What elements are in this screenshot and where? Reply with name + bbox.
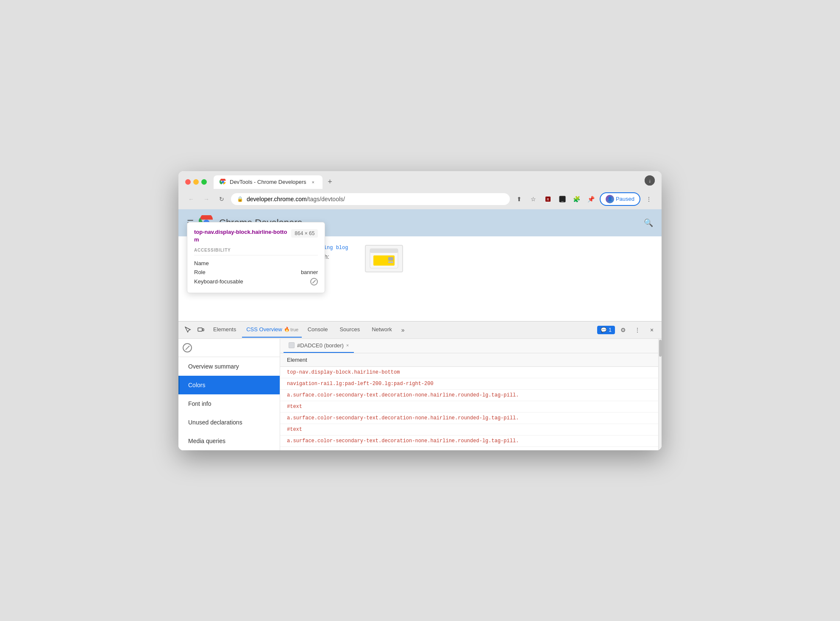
svg-rect-18 xyxy=(203,329,204,331)
url-bar[interactable]: 🔒 developer.chrome.com/tags/devtools/ xyxy=(231,193,510,205)
tab-console[interactable]: Console xyxy=(302,322,334,338)
svg-rect-13 xyxy=(370,249,398,253)
devtools-device-icon[interactable] xyxy=(195,322,207,338)
devtools-inspect-icon[interactable] xyxy=(182,322,195,338)
article-thumbnail-svg xyxy=(369,248,399,269)
tab-elements[interactable]: Elements xyxy=(207,322,242,338)
url-path: /tags/devtools/ xyxy=(307,196,345,202)
close-button[interactable] xyxy=(185,179,191,185)
new-tab-button[interactable]: + xyxy=(324,176,336,188)
table-row[interactable]: navigation-rail.lg:pad-left-200.lg:pad-r… xyxy=(280,378,658,390)
inspector-element-header: top-nav.display-block.hairline-bottom 86… xyxy=(194,228,318,244)
browser-profile-icon[interactable]: ↓ xyxy=(645,175,655,186)
devtools-body: Overview summary Colors Font info Unused… xyxy=(178,339,662,450)
element-dimensions: 864 × 65 xyxy=(291,229,318,238)
forward-button[interactable]: → xyxy=(200,193,212,205)
table-row[interactable]: a.surface.color-secondary-text.decoratio… xyxy=(280,435,658,447)
table-row[interactable]: a.surface.color-secondary-text.decoratio… xyxy=(280,390,658,401)
element-selector: top-nav.display-block.hairline-bottom xyxy=(194,228,287,244)
more-tabs-button[interactable]: » xyxy=(398,322,408,338)
color-tab-bar: #DADCE0 (border) × xyxy=(280,339,658,353)
tab-css-overview-label: CSS Overview xyxy=(246,326,282,333)
paused-label: Paused xyxy=(616,196,634,202)
active-tab[interactable]: DevTools - Chrome Developers × xyxy=(214,175,323,189)
chrome-favicon xyxy=(220,179,226,186)
badge-icon: 💬 xyxy=(601,327,607,333)
devtools-sidebar: Overview summary Colors Font info Unused… xyxy=(178,339,280,450)
table-row-text-node[interactable]: #text xyxy=(280,424,658,435)
sidebar-blog xyxy=(365,245,484,313)
accessibility-section: ACCESSIBILITY Name Role banner Keyboard-… xyxy=(194,248,318,287)
accessibility-row-name: Name xyxy=(194,259,318,268)
devtools-right-buttons: 💬 1 ⚙ ⋮ × xyxy=(597,322,658,338)
acc-role-value: banner xyxy=(301,269,318,275)
svg-rect-17 xyxy=(198,328,202,331)
badge-count: 1 xyxy=(609,327,612,333)
back-button[interactable]: ← xyxy=(185,193,197,205)
keyboard-focusable-blocked-icon xyxy=(310,278,318,286)
inspector-tooltip: top-nav.display-block.hairline-bottom 86… xyxy=(187,222,325,293)
devtools-more-icon[interactable]: ⋮ xyxy=(631,322,644,338)
sidebar-item-font-info[interactable]: Font info xyxy=(178,394,280,413)
svg-text:↓: ↓ xyxy=(648,178,651,184)
accessibility-row-role: Role banner xyxy=(194,268,318,277)
scroll-thumb[interactable] xyxy=(659,340,662,357)
extension1-icon[interactable]: R xyxy=(542,193,554,205)
devtools-badge-button[interactable]: 💬 1 xyxy=(597,326,615,334)
accessibility-row-keyboard: Keyboard-focusable xyxy=(194,277,318,287)
address-bar: ← → ↻ 🔒 developer.chrome.com/tags/devtoo… xyxy=(178,189,662,209)
sidebar-blocked-icon xyxy=(183,343,192,352)
maximize-button[interactable] xyxy=(201,179,207,185)
svg-text:_: _ xyxy=(561,197,564,201)
tab-sources[interactable]: Sources xyxy=(334,322,366,338)
table-row[interactable]: top-nav.display-block.hairline-bottom xyxy=(280,367,658,378)
webpage-area: ☰ Chrome Developers 🔍 xyxy=(178,209,662,321)
reload-button[interactable]: ↻ xyxy=(216,193,228,205)
devtools-scrollbar[interactable] xyxy=(658,339,662,450)
svg-rect-15 xyxy=(388,257,393,261)
extension4-icon[interactable]: 📌 xyxy=(585,193,597,205)
sidebar-item-colors[interactable]: Colors xyxy=(178,376,280,394)
elements-table: Element top-nav.display-block.hairline-b… xyxy=(280,353,658,447)
devtools-tabs: Elements CSS Overview 🔥 true Console Sou… xyxy=(178,322,662,339)
article-thumbnail xyxy=(365,245,403,272)
bookmark-icon[interactable]: ☆ xyxy=(528,193,540,205)
toolbar-icons: ⬆ ☆ R _ 🧩 📌 👤 Paused ⋮ xyxy=(513,192,655,206)
sidebar-item-media-queries[interactable]: Media queries xyxy=(178,432,280,450)
svg-rect-16 xyxy=(388,261,393,263)
tab-css-overview[interactable]: CSS Overview 🔥 true xyxy=(242,322,302,338)
devtools-panel: Elements CSS Overview 🔥 true Console Sou… xyxy=(178,321,662,450)
devtools-main: #DADCE0 (border) × Element top-nav.displ… xyxy=(280,339,658,450)
color-filter-tab[interactable]: #DADCE0 (border) × xyxy=(284,339,354,353)
table-row-text-node[interactable]: #text xyxy=(280,401,658,413)
share-icon[interactable]: ⬆ xyxy=(513,193,525,205)
minimize-button[interactable] xyxy=(193,179,199,185)
extension2-icon[interactable]: _ xyxy=(556,193,568,205)
color-tab-close[interactable]: × xyxy=(346,343,349,348)
sidebar-item-overview-summary[interactable]: Overview summary xyxy=(178,357,280,376)
browser-content: ☰ Chrome Developers 🔍 xyxy=(178,209,662,450)
devtools-close-icon[interactable]: × xyxy=(645,322,658,338)
tab-title: DevTools - Chrome Developers xyxy=(230,179,306,185)
sidebar-top xyxy=(178,339,280,357)
browser-more-button[interactable]: ⋮ xyxy=(643,193,655,205)
color-swatch xyxy=(289,342,295,348)
table-row[interactable]: a.surface.color-secondary-text.decoratio… xyxy=(280,413,658,424)
paused-avatar: 👤 xyxy=(606,195,614,203)
acc-keyboard-label: Keyboard-focusable xyxy=(194,278,243,285)
tab-network[interactable]: Network xyxy=(366,322,398,338)
css-overview-close[interactable]: true xyxy=(292,327,298,333)
acc-role-label: Role xyxy=(194,269,206,275)
site-search-icon[interactable]: 🔍 xyxy=(644,218,653,227)
url-security-icon: 🔒 xyxy=(237,196,243,202)
url-domain: developer.chrome.com xyxy=(247,196,307,202)
accessibility-label: ACCESSIBILITY xyxy=(194,248,318,255)
css-overview-flame-icon: 🔥 xyxy=(284,327,290,332)
tab-close-button[interactable]: × xyxy=(310,179,317,186)
paused-button[interactable]: 👤 Paused xyxy=(600,192,640,206)
sidebar-item-unused-declarations[interactable]: Unused declarations xyxy=(178,413,280,432)
extension3-icon[interactable]: 🧩 xyxy=(571,193,583,205)
browser-window: DevTools - Chrome Developers × + ↓ ← → ↻… xyxy=(178,171,662,450)
devtools-settings-icon[interactable]: ⚙ xyxy=(617,322,629,338)
traffic-lights xyxy=(185,179,207,185)
